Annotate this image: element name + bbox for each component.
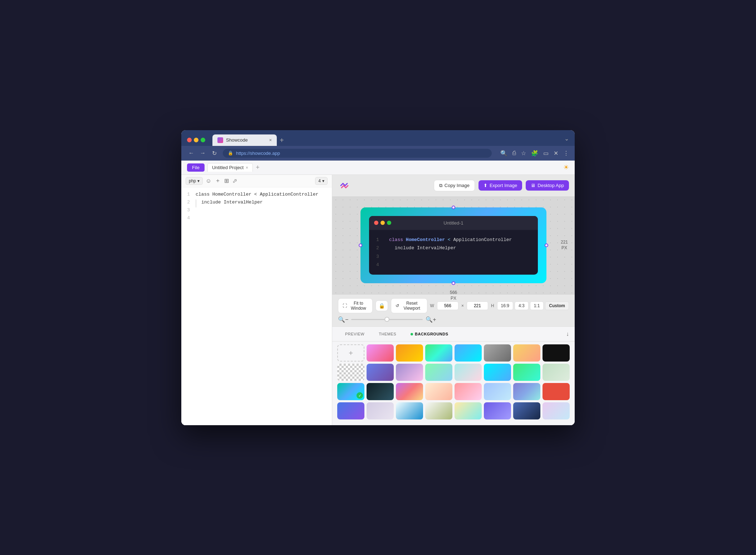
bg-swatch-17[interactable] <box>396 383 423 400</box>
add-line-icon[interactable]: ＋ <box>215 177 221 185</box>
bg-swatch-selected[interactable]: ✓ <box>337 383 364 400</box>
bg-swatch-16[interactable] <box>367 383 394 400</box>
resize-handle-right[interactable] <box>545 244 548 247</box>
file-tab[interactable]: Untitled Project × <box>207 163 253 172</box>
height-label: H <box>491 303 494 308</box>
bg-swatch-1[interactable] <box>367 344 394 362</box>
bookmark-icon[interactable]: ☆ <box>521 150 526 157</box>
search-icon[interactable]: 🔍 <box>500 150 507 157</box>
desktop-icon: 🖥 <box>531 183 535 188</box>
bg-swatch-27[interactable] <box>455 402 482 419</box>
address-field[interactable]: 🔒 https://showcode.app <box>223 149 492 158</box>
bg-swatch-7[interactable] <box>543 344 570 362</box>
aspect-custom-button[interactable]: Custom <box>545 301 569 310</box>
bg-swatch-14[interactable] <box>543 364 570 381</box>
lock-button[interactable]: 🔒 <box>375 300 388 311</box>
emoji-icon[interactable]: ☺ <box>206 178 211 184</box>
address-bar-row: ← → ↻ 🔒 https://showcode.app 🔍 ⎙ ☆ 🧩 ▭ ✕… <box>181 146 575 161</box>
bg-swatch-4[interactable] <box>455 344 482 362</box>
code-area[interactable]: 1 class HomeController < ApplicationCont… <box>181 187 332 425</box>
desktop-app-button[interactable]: 🖥 Desktop App <box>526 180 569 191</box>
preview-tab[interactable]: PREVIEW <box>338 330 372 338</box>
reload-button[interactable]: ↻ <box>210 149 219 157</box>
add-background-button[interactable]: ＋ <box>337 344 364 362</box>
url-protocol: https:// <box>236 151 250 156</box>
bg-swatch-6[interactable] <box>513 344 540 362</box>
maximize-traffic-light[interactable] <box>201 138 205 142</box>
share-icon[interactable]: ⎙ <box>512 150 516 156</box>
snippet-code: 1 class HomeController < ApplicationCont… <box>369 230 538 275</box>
sidebar-icon[interactable]: ▭ <box>543 150 549 157</box>
snippet-filename: Untitled-1 <box>443 220 463 226</box>
bg-swatch-21[interactable] <box>513 383 540 400</box>
size-label-right: 221 PX <box>561 240 568 251</box>
bg-swatch-9[interactable] <box>396 364 423 381</box>
zoom-in-button[interactable]: 🔍+ <box>426 316 436 323</box>
bg-swatch-3[interactable] <box>425 344 452 362</box>
bg-swatch-30[interactable] <box>543 402 570 419</box>
bg-swatch-20[interactable] <box>484 383 511 400</box>
profile-icon[interactable]: ✕ <box>554 150 558 157</box>
desktop-app-label: Desktop App <box>537 183 564 188</box>
bg-swatch-13[interactable] <box>513 364 540 381</box>
width-input[interactable] <box>437 301 458 310</box>
resize-handle-bottom[interactable] <box>452 281 455 285</box>
aspect-1-1-button[interactable]: 1:1 <box>530 301 544 310</box>
bg-swatch-26[interactable] <box>425 402 452 419</box>
bg-swatch-22[interactable] <box>543 383 570 400</box>
backgrounds-tab[interactable]: BACKGROUNDS <box>403 330 456 338</box>
export-image-button[interactable]: ⬆ Export Image <box>478 180 522 191</box>
download-icon[interactable]: ↓ <box>566 331 569 337</box>
bg-swatch-10[interactable] <box>425 364 452 381</box>
fit-to-window-button[interactable]: ⛶ Fit to Window <box>338 298 373 313</box>
lock-icon: 🔒 <box>228 151 233 156</box>
minimize-traffic-light[interactable] <box>194 138 198 142</box>
size-bottom-value: 566 <box>450 290 457 296</box>
bg-swatch-11[interactable] <box>455 364 482 381</box>
tab-favicon-icon <box>217 137 223 143</box>
reset-viewport-button[interactable]: ↺ Reset Viewport <box>391 298 427 313</box>
bg-swatch-28[interactable] <box>484 402 511 419</box>
close-traffic-light[interactable] <box>187 138 192 142</box>
bg-swatch-23[interactable] <box>337 402 364 419</box>
bg-swatch-18[interactable] <box>425 383 452 400</box>
browser-tab[interactable]: Showcode × <box>212 134 277 146</box>
export-icon[interactable]: ⬀ <box>232 177 237 184</box>
expand-icon[interactable]: ⊞ <box>224 177 229 184</box>
tab-close-icon[interactable]: × <box>269 138 272 142</box>
bg-swatch-29[interactable] <box>513 402 540 419</box>
zoom-out-button[interactable]: 🔍− <box>338 316 348 323</box>
resize-handle-top[interactable] <box>452 206 455 209</box>
bg-swatch-5[interactable] <box>484 344 511 362</box>
aspect-16-9-button[interactable]: 16:9 <box>497 301 513 310</box>
forward-button[interactable]: → <box>198 149 207 157</box>
file-tab-close-icon[interactable]: × <box>246 165 248 170</box>
bg-transparent[interactable] <box>337 364 364 381</box>
bg-swatch-2[interactable] <box>396 344 423 362</box>
zoom-slider[interactable] <box>351 319 423 320</box>
new-tab-button[interactable]: + <box>280 136 284 146</box>
bg-swatch-12[interactable] <box>484 364 511 381</box>
tab-menu-icon[interactable]: ⌄ <box>564 135 569 145</box>
resize-handle-left[interactable] <box>359 244 362 247</box>
tab-size-selector[interactable]: 4 ▾ <box>315 177 328 185</box>
export-image-label: Export Image <box>490 183 517 188</box>
file-menu-button[interactable]: File <box>187 163 205 172</box>
bg-swatch-8[interactable] <box>367 364 394 381</box>
snippet-line-2: 2 include IntervalHelper <box>376 244 531 252</box>
aspect-4-3-button[interactable]: 4:3 <box>515 301 529 310</box>
themes-tab[interactable]: THEMES <box>372 330 403 338</box>
bg-swatch-24[interactable] <box>367 402 394 419</box>
code-line-3: 3 <box>181 207 332 215</box>
new-file-tab-button[interactable]: + <box>256 164 260 171</box>
copy-image-button[interactable]: ⧉ Copy Image <box>434 180 475 191</box>
menu-icon[interactable]: ⋮ <box>563 150 569 157</box>
extensions-icon[interactable]: 🧩 <box>531 150 538 157</box>
bg-swatch-19[interactable] <box>455 383 482 400</box>
bg-swatch-25[interactable] <box>396 402 423 419</box>
code-line-1: 1 class HomeController < ApplicationCont… <box>181 192 332 200</box>
theme-toggle-icon[interactable]: ☀ <box>563 163 569 171</box>
language-selector[interactable]: php ▾ <box>186 177 203 185</box>
back-button[interactable]: ← <box>187 149 196 157</box>
height-input[interactable] <box>467 301 488 310</box>
